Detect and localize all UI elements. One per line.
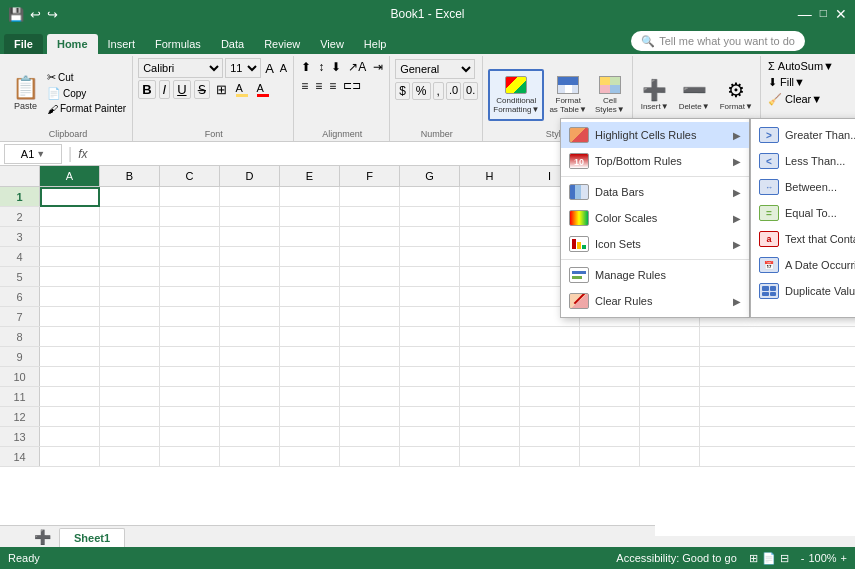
cell[interactable]	[160, 427, 220, 447]
tab-formulas[interactable]: Formulas	[145, 34, 211, 54]
format-button[interactable]: ⚙ Format▼	[717, 69, 756, 121]
cut-button[interactable]: ✂ Cut	[45, 70, 128, 85]
col-header-a[interactable]: A	[40, 166, 100, 186]
cell[interactable]	[460, 207, 520, 227]
cell[interactable]	[280, 227, 340, 247]
tab-home[interactable]: Home	[47, 34, 98, 54]
row-number[interactable]: 12	[0, 407, 40, 426]
align-middle-button[interactable]: ↕	[316, 59, 326, 75]
cell[interactable]	[280, 347, 340, 367]
col-header-f[interactable]: F	[340, 166, 400, 186]
sheet-tab-sheet1[interactable]: Sheet1	[59, 528, 125, 547]
cell[interactable]	[400, 227, 460, 247]
cell[interactable]	[460, 307, 520, 327]
cell[interactable]	[640, 407, 700, 427]
cell[interactable]	[40, 347, 100, 367]
cell[interactable]	[340, 227, 400, 247]
redo-icon[interactable]: ↪	[47, 7, 58, 22]
insert-button[interactable]: ➕ Insert▼	[638, 69, 672, 121]
cell[interactable]	[40, 367, 100, 387]
submenu-item-duplicate-values[interactable]: Duplicate Values...	[751, 278, 855, 304]
format-as-table-button[interactable]: Formatas Table▼	[546, 69, 590, 121]
cell[interactable]	[700, 447, 855, 467]
cell[interactable]	[340, 307, 400, 327]
page-break-button[interactable]: ⊟	[780, 552, 789, 565]
cell[interactable]	[400, 427, 460, 447]
cell[interactable]	[220, 287, 280, 307]
menu-item-clear-rules[interactable]: Clear Rules ▶	[561, 288, 749, 314]
border-button[interactable]: ⊞	[213, 81, 230, 98]
col-header-e[interactable]: E	[280, 166, 340, 186]
cell[interactable]	[460, 407, 520, 427]
cell[interactable]	[460, 267, 520, 287]
paste-button[interactable]: 📋 Paste	[8, 67, 43, 119]
cell[interactable]	[460, 427, 520, 447]
cell[interactable]	[100, 367, 160, 387]
cell[interactable]	[340, 287, 400, 307]
cell[interactable]	[460, 347, 520, 367]
cell[interactable]	[580, 347, 640, 367]
cell[interactable]	[340, 407, 400, 427]
tab-review[interactable]: Review	[254, 34, 310, 54]
cell[interactable]	[700, 327, 855, 347]
tell-me-bar[interactable]: 🔍 Tell me what you want to do	[631, 31, 805, 51]
cell[interactable]	[340, 187, 400, 207]
submenu-item-date-occurring[interactable]: 📅 A Date Occurring...	[751, 252, 855, 278]
cell[interactable]	[220, 247, 280, 267]
cell[interactable]	[520, 387, 580, 407]
cell[interactable]	[640, 447, 700, 467]
cell[interactable]	[280, 287, 340, 307]
cell[interactable]	[400, 187, 460, 207]
conditional-formatting-button[interactable]: ConditionalFormatting▼	[488, 69, 544, 121]
menu-item-highlight-cells[interactable]: Highlight Cells Rules ▶	[561, 122, 749, 148]
row-number[interactable]: 1	[0, 187, 40, 206]
cell[interactable]	[280, 327, 340, 347]
cell[interactable]	[580, 427, 640, 447]
cell[interactable]	[100, 407, 160, 427]
cell[interactable]	[280, 367, 340, 387]
submenu-item-greater-than[interactable]: > Greater Than...	[751, 122, 855, 148]
clear-button[interactable]: 🧹 Clear▼	[766, 92, 838, 107]
cell[interactable]	[520, 367, 580, 387]
cell[interactable]	[340, 347, 400, 367]
cell[interactable]	[460, 247, 520, 267]
cell[interactable]	[400, 307, 460, 327]
row-number[interactable]: 3	[0, 227, 40, 246]
maximize-icon[interactable]: □	[820, 6, 827, 22]
cell[interactable]	[160, 187, 220, 207]
cell[interactable]	[400, 287, 460, 307]
row-number[interactable]: 11	[0, 387, 40, 406]
cell[interactable]	[160, 247, 220, 267]
fill-button[interactable]: ⬇ Fill▼	[766, 75, 838, 90]
increase-font-button[interactable]: A	[263, 61, 276, 76]
cell[interactable]	[580, 387, 640, 407]
copy-button[interactable]: 📄 Copy	[45, 86, 128, 101]
cell[interactable]	[220, 227, 280, 247]
cell[interactable]	[340, 387, 400, 407]
cell[interactable]	[220, 407, 280, 427]
cell[interactable]	[220, 327, 280, 347]
cell[interactable]	[100, 307, 160, 327]
cell[interactable]	[400, 207, 460, 227]
cell[interactable]	[160, 347, 220, 367]
strikethrough-button[interactable]: S̶	[194, 80, 210, 99]
name-box[interactable]: A1 ▼	[4, 144, 62, 164]
cell[interactable]	[40, 247, 100, 267]
cell[interactable]	[520, 327, 580, 347]
col-header-d[interactable]: D	[220, 166, 280, 186]
cell[interactable]	[460, 447, 520, 467]
align-bottom-button[interactable]: ⬇	[329, 59, 343, 75]
cell[interactable]	[100, 187, 160, 207]
cell[interactable]	[580, 367, 640, 387]
currency-button[interactable]: $	[395, 82, 410, 100]
cell[interactable]	[340, 327, 400, 347]
cell[interactable]	[100, 447, 160, 467]
cell[interactable]	[100, 267, 160, 287]
cell[interactable]	[640, 347, 700, 367]
align-right-button[interactable]: ≡	[327, 78, 338, 94]
cell[interactable]	[220, 207, 280, 227]
cell[interactable]	[220, 427, 280, 447]
cell[interactable]	[640, 427, 700, 447]
cell[interactable]	[280, 267, 340, 287]
cell[interactable]	[40, 227, 100, 247]
